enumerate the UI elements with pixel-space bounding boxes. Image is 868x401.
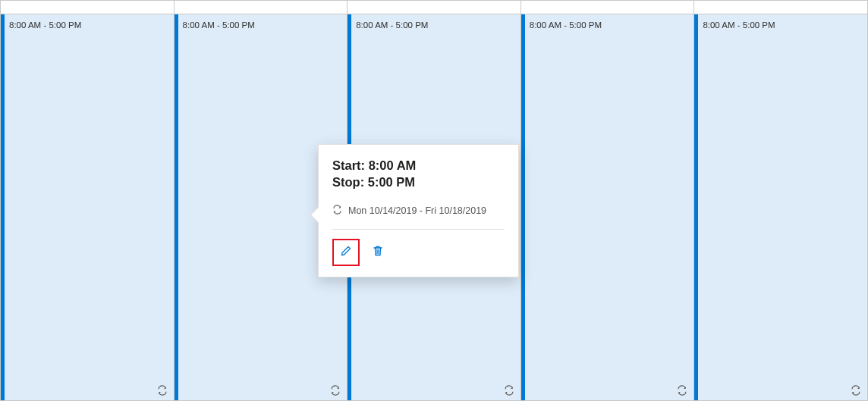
event-time-label: 8:00 AM - 5:00 PM [183,20,255,30]
popover-start-time: Start: 8:00 AM [332,157,505,174]
event-time-label: 8:00 AM - 5:00 PM [9,20,81,30]
recurring-icon [330,385,341,396]
schedule-event[interactable]: 8:00 AM - 5:00 PM [1,14,174,400]
popover-actions [332,239,505,266]
recurring-icon [157,385,168,396]
schedule-event[interactable]: 8:00 AM - 5:00 PM [521,14,694,400]
recurring-icon [851,385,861,396]
event-time-label: 8:00 AM - 5:00 PM [356,20,428,30]
schedule-event[interactable]: 8:00 AM - 5:00 PM [694,14,867,400]
day-header [694,1,867,14]
day-column: 8:00 AM - 5:00 PM [521,1,695,400]
pencil-icon [340,245,352,260]
divider [332,229,505,230]
day-column: 8:00 AM - 5:00 PM [1,1,175,400]
day-header [348,1,520,14]
day-header [521,1,694,14]
event-details-popover: Start: 8:00 AM Stop: 5:00 PM Mon 10/14/2… [318,144,519,277]
event-time-label: 8:00 AM - 5:00 PM [530,20,602,30]
popover-recurrence-row: Mon 10/14/2019 - Fri 10/18/2019 [332,205,505,217]
recurrence-range-text: Mon 10/14/2019 - Fri 10/18/2019 [348,205,486,216]
delete-button[interactable] [367,242,388,263]
recurring-icon [332,205,342,217]
day-header [175,1,348,14]
recurring-icon [677,385,687,396]
trash-icon [372,245,384,260]
edit-button[interactable] [335,242,357,263]
day-column: 8:00 AM - 5:00 PM [694,1,867,400]
popover-stop-time: Stop: 5:00 PM [332,174,505,190]
annotation-highlight [332,239,360,266]
recurring-icon [504,385,514,396]
day-header [1,1,174,14]
event-time-label: 8:00 AM - 5:00 PM [703,20,775,30]
